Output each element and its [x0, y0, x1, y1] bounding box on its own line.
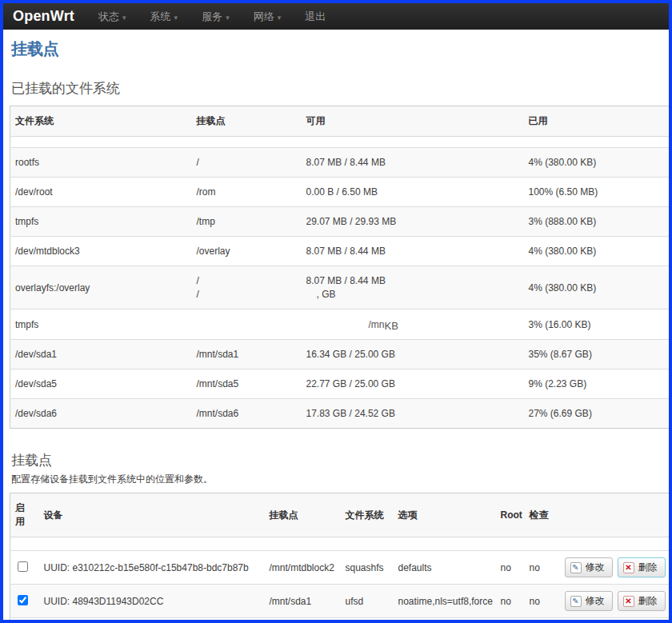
mount-point-text: /overlay [197, 246, 297, 257]
nav-item-1[interactable]: 状态▾ [98, 10, 126, 24]
available-cell: 8.07 MB / 8.44 MB [302, 237, 524, 266]
mounts-col-header-actions [560, 493, 670, 537]
mounted-col-header-2: 挂载点 [192, 106, 302, 137]
available-cell: 16.34 GB / 25.00 GB [302, 340, 524, 369]
filesystem-cell: squashfs [341, 551, 394, 585]
mount-point-cell: /mnt/mtdblock2 [265, 551, 341, 585]
openwrt-admin-page: OpenWrt 状态▾系统▾服务▾网络▾退出 挂载点 已挂载的文件系统 文件系统… [0, 0, 672, 623]
enable-checkbox[interactable] [18, 561, 28, 572]
available-cell: 22.77 GB / 25.00 GB [302, 369, 524, 399]
delete-icon: ✕ [623, 596, 634, 607]
glitch-fragment-b: KB [385, 320, 398, 332]
available-cell: 29.07 MB / 29.93 MB [302, 207, 524, 237]
mounted-fs-row: /dev/sda1/mnt/sda116.34 GB / 25.00 GB35%… [10, 340, 670, 369]
mount-point-cell: /mnt/sda6 [192, 399, 302, 429]
mount-point-text: /tmp [197, 216, 297, 227]
edit-button[interactable]: ✎修改 [565, 557, 613, 577]
fs-name-cell: /dev/sda5 [10, 369, 192, 399]
available-text: , GB [317, 289, 519, 300]
main-content: 挂载点 已挂载的文件系统 文件系统挂载点可用已用rootfs/8.07 MB /… [3, 38, 669, 623]
enable-cell [10, 618, 39, 623]
nav-item-label: 网络 [254, 10, 274, 24]
page-title: 挂载点 [11, 38, 661, 60]
mount-point-text: / [197, 289, 297, 300]
mounted-fs-row: /dev/root/rom0.00 B / 6.50 MB100% (6.50 … [10, 178, 670, 207]
actions-cell: ✎修改✕删除 [560, 551, 670, 585]
enable-checkbox[interactable] [18, 595, 28, 605]
mount-point-cell: /mnt/sda5 [192, 369, 302, 399]
used-cell: 27% (6.69 GB) [524, 399, 670, 429]
fs-name-cell: overlayfs:/overlay [10, 266, 192, 310]
mount-point-cell: /overlay [192, 237, 302, 266]
mount-config-row: UUID: 000D6AD30003B9D3/mnt/sda5ufsdnoati… [10, 618, 670, 623]
available-text: 8.07 MB / 8.44 MB [306, 246, 519, 257]
mount-point-text: / [197, 157, 297, 168]
nav-item-label: 服务 [202, 10, 222, 24]
actions-cell: ✎修改✕删除 [560, 585, 670, 618]
delete-icon: ✕ [623, 562, 634, 573]
edit-button[interactable]: ✎修改 [565, 591, 613, 611]
available-text: 29.07 MB / 29.93 MB [306, 216, 519, 227]
nav-item-2[interactable]: 系统▾ [150, 10, 178, 24]
mounted-fs-row: /dev/sda5/mnt/sda522.77 GB / 25.00 GB9% … [10, 369, 670, 399]
delete-button[interactable]: ✕删除 [618, 557, 666, 577]
mount-point-cell: / [192, 148, 302, 178]
nav-item-label: 退出 [305, 10, 326, 24]
mounted-fs-row: overlayfs:/overlay//8.07 MB / 8.44 MB, G… [10, 266, 670, 310]
mount-point-cell: /tmp [192, 207, 302, 237]
glitch-fragment-a: /mn [369, 319, 385, 330]
filesystem-cell: ufsd [341, 585, 394, 618]
delete-button-label: 删除 [638, 594, 658, 608]
fs-name-cell: /dev/mtdblock3 [10, 237, 192, 266]
top-navbar: OpenWrt 状态▾系统▾服务▾网络▾退出 [3, 3, 669, 30]
mount-points-heading: 挂载点 [11, 451, 661, 469]
mounted-fs-row: tmpfs/mnKB3% (16.00 KB) [10, 310, 670, 340]
fs-name-cell: tmpfs [10, 310, 192, 340]
nav-item-5[interactable]: 退出 [305, 10, 326, 24]
mount-config-row: UUID: 48943D11943D02CC/mnt/sda1ufsdnoati… [10, 585, 670, 618]
spacer-row [10, 537, 670, 551]
mounted-fs-row: tmpfs/tmp29.07 MB / 29.93 MB3% (888.00 K… [10, 207, 670, 237]
mount-point-cell: /mnt/sda5 [265, 618, 341, 623]
caret-down-icon: ▾ [174, 14, 178, 22]
spacer-row [10, 137, 670, 148]
edit-icon: ✎ [570, 562, 582, 573]
root-cell: no [496, 551, 525, 585]
nav-item-4[interactable]: 网络▾ [254, 10, 282, 24]
mounts-col-header-6: Root [496, 493, 525, 537]
mount-point-cell: /mnt/sda1 [265, 585, 341, 618]
nav-item-3[interactable]: 服务▾ [202, 10, 230, 24]
mounts-col-header-2: 设备 [39, 493, 265, 537]
mounts-col-header-3: 挂载点 [265, 493, 341, 537]
device-uuid-cell: UUID: 48943D11943D02CC [39, 585, 265, 618]
mounts-col-header-5: 选项 [394, 493, 496, 537]
fs-name-cell: tmpfs [10, 207, 192, 237]
caret-down-icon: ▾ [278, 14, 282, 22]
mounted-col-header-3: 可用 [302, 106, 524, 137]
device-uuid-cell: UUID: e310212c-b15e580f-c15b47b8-bdc7b87… [39, 551, 265, 585]
mounted-col-header-4: 已用 [524, 106, 670, 137]
check-cell: no [525, 618, 560, 623]
delete-button[interactable]: ✕删除 [618, 591, 666, 611]
fs-name-cell: /dev/sda6 [10, 399, 192, 429]
root-cell: no [496, 585, 525, 618]
caret-down-icon: ▾ [122, 14, 126, 22]
used-cell: 4% (380.00 KB) [524, 148, 670, 178]
actions-cell: ✎修改✕删除 [560, 618, 670, 623]
mount-point-text: /rom [197, 186, 297, 198]
available-cell: 17.83 GB / 24.52 GB [302, 399, 524, 429]
used-cell: 100% (6.50 MB) [524, 178, 670, 207]
available-text: 8.07 MB / 8.44 MB [306, 275, 519, 286]
mounts-col-header-1: 启用 [10, 493, 39, 537]
nav-menu: 状态▾系统▾服务▾网络▾退出 [98, 10, 350, 24]
available-cell: /mnKB [302, 310, 524, 340]
mounted-fs-row: /dev/sda6/mnt/sda617.83 GB / 24.52 GB27%… [10, 399, 670, 429]
check-cell: no [525, 585, 560, 618]
used-cell: 35% (8.67 GB) [524, 340, 670, 369]
mounted-col-header-1: 文件系统 [10, 106, 192, 137]
edit-button-label: 修改 [586, 561, 605, 574]
edit-icon: ✎ [570, 596, 582, 607]
available-text: 0.00 B / 6.50 MB [306, 186, 519, 198]
available-text: 22.77 GB / 25.00 GB [306, 378, 519, 389]
fs-name-cell: /dev/root [10, 178, 192, 207]
